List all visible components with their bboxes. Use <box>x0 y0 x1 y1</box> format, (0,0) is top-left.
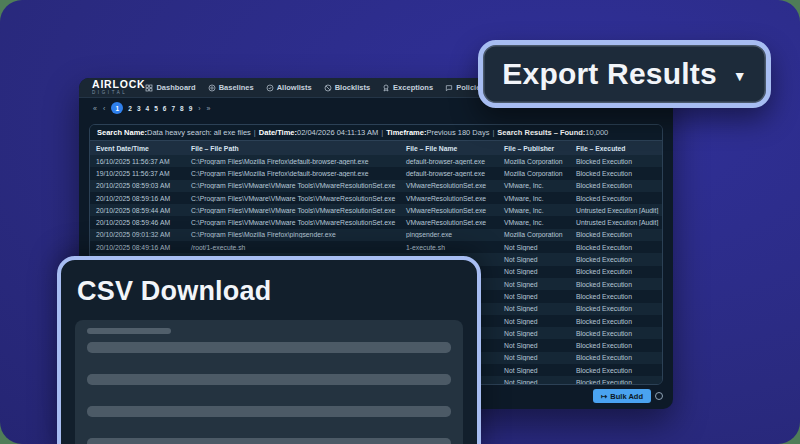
table-cell: VMware, Inc. <box>498 182 570 189</box>
separator: | <box>378 128 386 137</box>
table-cell: Not Signed <box>498 379 570 385</box>
table-cell: Not Signed <box>498 354 570 361</box>
table-row[interactable]: 20/10/2025 08:59:03 AMC:\Program Files\V… <box>90 180 662 192</box>
nav-label: Dashboard <box>156 83 195 92</box>
column-header: File – File Name <box>400 145 498 152</box>
table-cell: Mozilla Corporation <box>498 158 570 165</box>
nav-label: Blocklists <box>335 83 370 92</box>
logo-title: AIRLOCK <box>92 79 145 90</box>
bulk-add-row: ↦ Bulk Add <box>593 389 663 403</box>
nav-item-exceptions[interactable]: Exceptions <box>382 83 433 92</box>
csv-download-title: CSV Download <box>77 276 477 307</box>
table-cell: Not Signed <box>498 305 570 312</box>
table-row[interactable]: 20/10/2025 09:01:32 AMC:\Program Files\M… <box>90 229 662 241</box>
csv-download-card[interactable]: CSV Download <box>57 256 481 444</box>
nav-item-dashboard[interactable]: Dashboard <box>145 83 195 92</box>
pagination-next[interactable]: › <box>198 105 200 112</box>
policies-icon <box>445 84 453 92</box>
table-cell: Not Signed <box>498 244 570 251</box>
airlock-logo: AIRLOCK DIGITAL <box>92 79 145 96</box>
table-row[interactable]: 19/10/2025 11:56:37 AMC:\Program Files\M… <box>90 167 662 179</box>
allowlists-icon <box>266 84 274 92</box>
gear-icon[interactable] <box>655 392 663 400</box>
page-button-2[interactable]: 2 <box>128 105 132 112</box>
search-summary-value: 02/04/2026 04:11:13 AM <box>297 128 378 137</box>
bulk-add-button[interactable]: ↦ Bulk Add <box>593 389 651 403</box>
table-cell: Blocked Execution <box>570 231 662 238</box>
table-cell: Not Signed <box>498 367 570 374</box>
table-cell: VMware, Inc. <box>498 219 570 226</box>
table-cell: C:\Program Files\VMware\VMware Tools\VMw… <box>185 219 400 226</box>
nav-label: Allowlists <box>277 83 312 92</box>
table-cell: Blocked Execution <box>570 305 662 312</box>
page-button-9[interactable]: 9 <box>189 105 193 112</box>
table-cell: Blocked Execution <box>570 170 662 177</box>
column-header: File – Publisher <box>498 145 570 152</box>
table-cell: Blocked Execution <box>570 281 662 288</box>
table-cell: 20/10/2025 08:59:44 AM <box>90 207 185 214</box>
table-cell: Not Signed <box>498 293 570 300</box>
table-row[interactable]: 20/10/2025 08:59:46 AMC:\Program Files\V… <box>90 216 662 228</box>
table-cell: 20/10/2025 08:59:03 AM <box>90 182 185 189</box>
table-cell: Untrusted Execution [Audit] <box>570 219 662 226</box>
exceptions-icon <box>382 84 390 92</box>
table-cell: Mozilla Corporation <box>498 231 570 238</box>
table-cell: Not Signed <box>498 268 570 275</box>
page-button-6[interactable]: 6 <box>163 105 167 112</box>
table-row[interactable]: 20/10/2025 08:59:16 AMC:\Program Files\V… <box>90 192 662 204</box>
nav-label: Exceptions <box>393 83 433 92</box>
page-button-5[interactable]: 5 <box>154 105 158 112</box>
search-summary-value: Data heavy search: all exe files <box>147 128 251 137</box>
table-cell: Blocked Execution <box>570 379 662 385</box>
pagination-prev[interactable]: ‹ <box>103 105 105 112</box>
table-cell: Blocked Execution <box>570 268 662 275</box>
page-button-3[interactable]: 3 <box>137 105 141 112</box>
table-cell: Blocked Execution <box>570 244 662 251</box>
column-header: File – File Path <box>185 145 400 152</box>
table-cell: 20/10/2025 08:59:16 AM <box>90 195 185 202</box>
table-cell: default-browser-agent.exe <box>400 158 498 165</box>
table-cell: 20/10/2025 08:59:46 AM <box>90 219 185 226</box>
table-cell: Blocked Execution <box>570 367 662 374</box>
skeleton-bar-short <box>87 328 171 334</box>
skeleton-bar <box>87 406 451 417</box>
table-cell: VMware, Inc. <box>498 195 570 202</box>
table-cell: Blocked Execution <box>570 293 662 300</box>
chevron-down-icon: ▼ <box>733 68 747 84</box>
table-cell: /root/1-execute.sh <box>185 244 400 251</box>
skeleton-bar <box>87 374 451 385</box>
table-cell: Not Signed <box>498 318 570 325</box>
table-cell: default-browser-agent.exe <box>400 170 498 177</box>
search-summary-value: 10,000 <box>585 128 608 137</box>
page-button-1[interactable]: 1 <box>111 102 123 114</box>
table-row[interactable]: 20/10/2025 08:59:44 AMC:\Program Files\V… <box>90 204 662 216</box>
search-summary-label: Timeframe: <box>386 128 426 137</box>
column-header: Event Date/Time <box>90 145 185 152</box>
pagination-first[interactable]: « <box>93 105 97 112</box>
table-cell: VMwareResolutionSet.exe <box>400 207 498 214</box>
pagination-last[interactable]: » <box>207 105 211 112</box>
table-cell: C:\Program Files\VMware\VMware Tools\VMw… <box>185 195 400 202</box>
baselines-icon <box>208 84 216 92</box>
search-summary: Search Name: Data heavy search: all exe … <box>90 125 662 141</box>
table-cell: Blocked Execution <box>570 354 662 361</box>
skeleton-bar <box>87 342 451 353</box>
table-cell: VMwareResolutionSet.exe <box>400 219 498 226</box>
column-header: File – Executed <box>570 145 662 152</box>
dashboard-icon <box>145 84 153 92</box>
table-row[interactable]: 16/10/2025 11:56:37 AMC:\Program Files\M… <box>90 155 662 167</box>
nav-item-allowlists[interactable]: Allowlists <box>266 83 312 92</box>
nav-item-baselines[interactable]: Baselines <box>208 83 254 92</box>
blocklists-icon <box>324 84 332 92</box>
table-cell: C:\Program Files\Mozilla Firefox\pingsen… <box>185 231 400 238</box>
logo-subtitle: DIGITAL <box>92 91 145 96</box>
table-cell: C:\Program Files\Mozilla Firefox\default… <box>185 158 400 165</box>
skeleton-bar <box>87 438 451 444</box>
table-cell: Not Signed <box>498 256 570 263</box>
page-button-8[interactable]: 8 <box>180 105 184 112</box>
page-button-7[interactable]: 7 <box>171 105 175 112</box>
export-results-button[interactable]: Export Results ▼ <box>478 40 771 108</box>
page-button-4[interactable]: 4 <box>146 105 150 112</box>
table-row[interactable]: 20/10/2025 08:49:16 AM/root/1-execute.sh… <box>90 241 662 253</box>
nav-item-blocklists[interactable]: Blocklists <box>324 83 370 92</box>
